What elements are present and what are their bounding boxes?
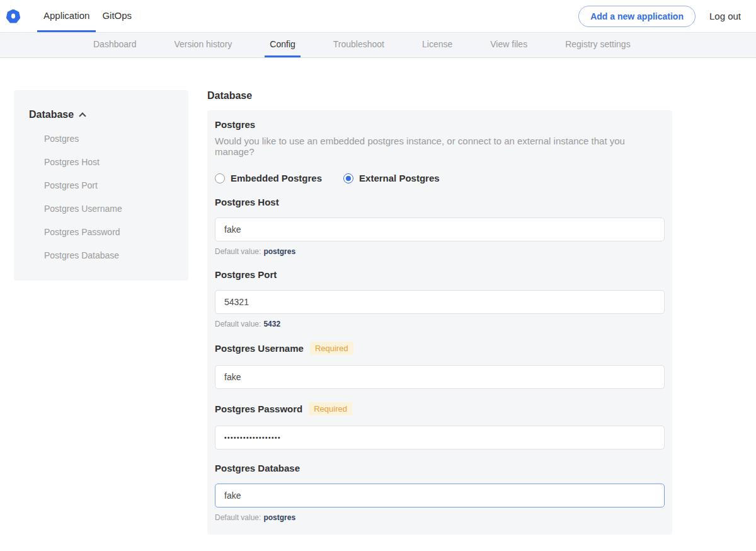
sidebar-item-postgres-database[interactable]: Postgres Database [44, 250, 173, 260]
radio-selected-icon [343, 173, 353, 183]
sidebar-item-list: Postgres Postgres Host Postgres Port Pos… [29, 134, 173, 260]
radio-unselected-icon [215, 173, 225, 183]
default-prefix: Default value: [215, 513, 261, 522]
database-config-panel: Postgres Would you like to use an embedd… [207, 110, 672, 535]
sidebar-item-postgres-password[interactable]: Postgres Password [44, 227, 173, 237]
postgres-port-label: Postgres Port [215, 269, 277, 280]
tab-gitops-label: GitOps [102, 10, 132, 21]
default-value: 5432 [263, 320, 280, 328]
postgres-password-label: Postgres Password [215, 403, 302, 414]
required-badge: Required [310, 342, 353, 355]
top-navbar: Application GitOps Add a new application… [0, 0, 756, 33]
replicated-logo-icon [6, 9, 20, 23]
sidebar-group-label: Database [29, 109, 74, 120]
chevron-up-icon [79, 112, 86, 119]
radio-external-postgres-label: External Postgres [359, 173, 440, 183]
postgres-port-default-hint: Default value:5432 [215, 320, 665, 328]
postgres-username-label: Postgres Username [215, 343, 304, 354]
postgres-host-input[interactable] [215, 218, 665, 241]
postgres-database-input[interactable] [215, 484, 665, 508]
add-new-application-button[interactable]: Add a new application [578, 6, 696, 27]
postgres-port-input[interactable] [215, 290, 665, 314]
sidebar-item-postgres-username[interactable]: Postgres Username [44, 204, 173, 214]
subnav-dashboard[interactable]: Dashboard [88, 33, 142, 57]
postgres-database-default-hint: Default value:postgres [215, 513, 665, 522]
postgres-group-title: Postgres [215, 119, 665, 130]
tab-application-label: Application [43, 10, 89, 21]
default-prefix: Default value: [215, 320, 261, 328]
tab-gitops[interactable]: GitOps [96, 0, 138, 32]
sidebar-item-postgres-port[interactable]: Postgres Port [44, 180, 173, 190]
config-sidebar: Database Postgres Postgres Host Postgres… [14, 90, 188, 281]
config-page: Database Postgres Postgres Host Postgres… [0, 58, 756, 551]
section-title: Database [207, 90, 672, 102]
config-main: Database Postgres Would you like to use … [207, 90, 672, 551]
postgres-radio-group: Embedded Postgres External Postgres [215, 173, 665, 183]
header-tabs: Application GitOps [37, 0, 138, 32]
postgres-group-help-text: Would you like to use an embedded postgr… [215, 136, 665, 157]
subnav-registry-settings[interactable]: Registry settings [560, 33, 635, 57]
postgres-host-label: Postgres Host [215, 197, 279, 207]
sidebar-item-postgres-host[interactable]: Postgres Host [44, 157, 173, 167]
subnav-config[interactable]: Config [265, 33, 300, 57]
tab-application[interactable]: Application [37, 0, 96, 32]
app-subnav: Dashboard Version history Config Trouble… [0, 33, 756, 58]
sidebar-group-database[interactable]: Database [29, 109, 173, 120]
default-prefix: Default value: [215, 247, 261, 256]
sidebar-item-postgres[interactable]: Postgres [44, 134, 173, 144]
postgres-database-label: Postgres Database [215, 463, 300, 473]
radio-embedded-postgres-label: Embedded Postgres [231, 173, 322, 183]
postgres-host-default-hint: Default value:postgres [215, 247, 665, 256]
subnav-version-history[interactable]: Version history [169, 33, 238, 57]
subnav-view-files[interactable]: View files [485, 33, 532, 57]
topbar-right: Add a new application Log out [578, 0, 741, 32]
logout-link[interactable]: Log out [709, 11, 741, 21]
default-value: postgres [263, 247, 295, 256]
required-badge: Required [309, 402, 352, 415]
subnav-license[interactable]: License [417, 33, 457, 57]
radio-external-postgres[interactable]: External Postgres [343, 173, 440, 183]
postgres-username-input[interactable] [215, 365, 665, 389]
app-logo[interactable] [6, 0, 20, 32]
subnav-troubleshoot[interactable]: Troubleshoot [328, 33, 389, 57]
radio-embedded-postgres[interactable]: Embedded Postgres [215, 173, 322, 183]
postgres-password-input[interactable] [215, 426, 665, 450]
default-value: postgres [263, 513, 295, 522]
